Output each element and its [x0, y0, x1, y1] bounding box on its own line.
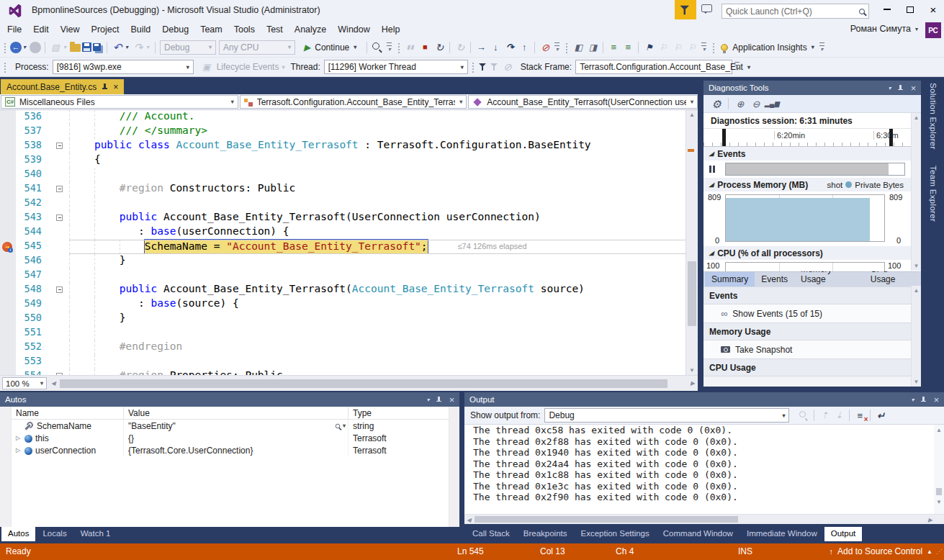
events-section-header[interactable]: ◢ Events	[703, 147, 921, 161]
code-line-539[interactable]: 539{	[0, 153, 698, 168]
menu-tools[interactable]: Tools	[228, 22, 261, 37]
fold-margin[interactable]	[53, 125, 69, 139]
tab-autos[interactable]: Autos	[1, 527, 35, 541]
tab-immediate-window[interactable]: Immediate Window	[740, 527, 824, 541]
menu-file[interactable]: File	[1, 22, 27, 37]
funnel-icon[interactable]	[478, 62, 488, 72]
breakpoint-margin[interactable]	[0, 110, 16, 125]
summary-link-show-events[interactable]: ∞Show Events (15 of 15)	[703, 304, 921, 322]
perf-tip[interactable]: ≤74 126ms elapsed	[458, 242, 527, 250]
caret-icon[interactable]: ▾	[123, 41, 130, 54]
scrollbar-thumb[interactable]	[688, 261, 696, 326]
expander-icon[interactable]: ▷	[14, 447, 22, 453]
fold-collapse-icon[interactable]	[56, 373, 63, 375]
step-into-icon[interactable]: ↓	[489, 41, 502, 54]
fold-margin[interactable]	[53, 139, 69, 153]
code-line-538[interactable]: 538public class Account_Base_Entity_Terr…	[0, 139, 698, 153]
overflow-icon[interactable]: ▾	[700, 41, 708, 54]
scroll-right-icon[interactable]: ▶	[928, 517, 932, 523]
stop-icon[interactable]: ■	[418, 41, 431, 54]
output-title-bar[interactable]: Output ▾ ×	[464, 392, 944, 407]
code-line-552[interactable]: 552#endregion	[0, 340, 698, 355]
fold-margin[interactable]	[53, 369, 69, 375]
diagnostics-timeline[interactable]: 6:20min 6:30m	[703, 129, 921, 147]
breakpoint-margin[interactable]	[0, 225, 16, 240]
chart-icon[interactable]: ▂▄▆	[765, 97, 778, 110]
tab-command-window[interactable]: Command Window	[657, 527, 740, 541]
overflow-icon[interactable]: ▾	[818, 41, 826, 54]
application-insights-button[interactable]: Application Insights ▾	[721, 42, 814, 53]
summary-scrollbar[interactable]: ▲▼	[911, 286, 921, 387]
pin-icon[interactable]	[920, 397, 927, 403]
toolbar-grip[interactable]	[565, 42, 568, 53]
project-dropdown[interactable]: C# Miscellaneous Files ▾	[1, 95, 238, 109]
autos-row-schemaname[interactable]: ▷SchemaName"BaseEntity"▾string	[0, 420, 459, 432]
breakpoint-margin[interactable]	[0, 211, 16, 225]
overflow-icon[interactable]: ▾	[553, 41, 561, 54]
menu-help[interactable]: Help	[376, 22, 406, 37]
pin-icon[interactable]	[897, 85, 904, 91]
editor-horizontal-scrollbar[interactable]: ◀ ▶	[50, 378, 696, 389]
bookmark-icon[interactable]: ⚑	[642, 41, 655, 54]
nav-back-icon[interactable]: ←	[10, 42, 22, 53]
toolbar-grip[interactable]	[397, 42, 400, 53]
diagnostics-scrollbar[interactable]: ▲▼	[911, 113, 921, 271]
output-vertical-scrollbar[interactable]: ▲ ▼	[934, 425, 944, 514]
code-line-548[interactable]: 548public Account_Base_Entity_Terrasoft(…	[0, 283, 698, 297]
memory-chart[interactable]: 809 0 809 0	[703, 191, 921, 246]
word-wrap-icon[interactable]: ↵	[874, 409, 887, 422]
add-to-source-control-button[interactable]: ↑ Add to Source Control ▲	[830, 543, 933, 560]
code-line-540[interactable]: 540	[0, 168, 698, 182]
save-all-icon[interactable]	[93, 43, 101, 51]
breakpoint-margin[interactable]	[0, 168, 16, 182]
fold-margin[interactable]	[53, 340, 69, 355]
output-horizontal-scrollbar[interactable]: ◀ ▶	[464, 514, 944, 524]
code-line-546[interactable]: 546}	[0, 254, 698, 268]
code-line-547[interactable]: 547	[0, 268, 698, 283]
menu-edit[interactable]: Edit	[27, 22, 55, 37]
scroll-down-icon[interactable]: ▼	[934, 499, 944, 505]
fold-margin[interactable]	[53, 254, 69, 268]
output-text-area[interactable]: The thread 0xc58 has exited with code 0 …	[464, 425, 944, 514]
open-folder-icon[interactable]	[70, 44, 81, 52]
breakpoint-margin[interactable]	[0, 355, 16, 369]
autos-row-userconnection[interactable]: ▷userConnection{Terrasoft.Core.UserConne…	[0, 444, 459, 456]
fold-margin[interactable]	[53, 182, 69, 197]
scroll-left-icon[interactable]: ◀	[467, 517, 471, 523]
step-out-icon[interactable]: ↑	[518, 41, 531, 54]
toolbar-grip[interactable]	[3, 42, 6, 53]
continue-button[interactable]: ▶ Continue ▾	[301, 40, 359, 55]
toolbar-grip[interactable]	[471, 61, 475, 73]
fold-margin[interactable]	[53, 225, 69, 240]
status-column[interactable]: Col 13	[540, 543, 565, 560]
side-tab-team-explorer[interactable]: Team Explorer	[929, 166, 938, 222]
zoom-in-icon[interactable]: ⊕	[734, 97, 747, 110]
step-over-icon[interactable]: ↷	[503, 41, 516, 54]
pane-next-icon[interactable]: ◨	[586, 41, 599, 54]
editor-vertical-scrollbar[interactable]: ▲ ▼	[685, 110, 698, 375]
code-line-551[interactable]: 551	[0, 326, 698, 340]
scrollbar-thumb[interactable]	[475, 516, 738, 523]
current-statement-margin[interactable]: →i	[0, 240, 16, 254]
tab-call-stack[interactable]: Call Stack	[466, 527, 516, 541]
close-icon[interactable]: ×	[910, 83, 916, 94]
code-line-536[interactable]: 536/// Account.	[0, 110, 698, 125]
fold-margin[interactable]	[53, 153, 69, 168]
bp-disable-icon[interactable]: ⊘	[539, 41, 552, 54]
fold-margin[interactable]	[53, 240, 69, 254]
breakpoint-margin[interactable]	[0, 153, 16, 168]
column-header-name[interactable]: Name	[12, 407, 124, 419]
diag-tab-summary[interactable]: Summary	[705, 272, 755, 286]
indent-out-icon[interactable]: ≡	[607, 41, 620, 54]
scroll-up-icon[interactable]: ▲	[686, 112, 698, 118]
breakpoint-margin[interactable]	[0, 197, 16, 211]
code-line-537[interactable]: 537/// </summary>	[0, 125, 698, 139]
collapse-icon[interactable]: ◢	[709, 150, 714, 157]
fold-collapse-icon[interactable]	[56, 143, 63, 149]
code-line-549[interactable]: 549: base(source) {	[0, 297, 698, 312]
caret-icon[interactable]: ▾	[21, 41, 28, 54]
code-line-553[interactable]: 553	[0, 355, 698, 369]
zoom-out-icon[interactable]: ⊖	[750, 97, 763, 110]
next-statement-icon[interactable]: →	[475, 41, 487, 54]
autos-row-this[interactable]: ▷this{}Terrasoft	[0, 432, 459, 444]
